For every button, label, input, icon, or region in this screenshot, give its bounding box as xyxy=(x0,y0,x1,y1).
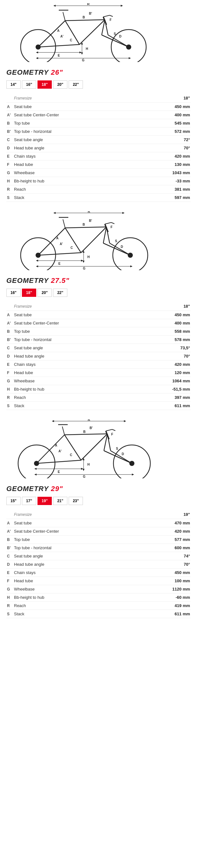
size-btn-19-29-active[interactable]: 19" xyxy=(37,497,52,505)
svg-marker-28 xyxy=(36,52,38,53)
svg-text:B: B xyxy=(83,223,85,226)
size-btn-17-29[interactable]: 17" xyxy=(22,497,36,505)
svg-text:E: E xyxy=(58,54,60,57)
svg-text:R: R xyxy=(88,420,90,422)
table-row: F Head tube 100 mm xyxy=(6,577,191,585)
table-row: H Bb-height to hub -60 mm xyxy=(6,593,191,602)
svg-line-4 xyxy=(38,44,79,47)
table-row: A' Seat tube Center-Center 400 mm xyxy=(6,319,191,328)
svg-text:A: A xyxy=(57,29,59,32)
geometry-section-275: GEOMETRY 27.5" 16" 18" 20" 22" Framesize… xyxy=(0,273,197,416)
table-row: B Top tube 545 mm xyxy=(6,119,191,127)
framesize-row-275: Framesize 18" xyxy=(6,302,191,311)
svg-marker-70 xyxy=(36,260,38,261)
svg-text:R: R xyxy=(87,3,90,6)
size-btn-23-29[interactable]: 23" xyxy=(69,497,83,505)
svg-text:H: H xyxy=(87,255,90,259)
svg-text:F: F xyxy=(110,225,112,229)
geometry-title-29: GEOMETRY 29" xyxy=(6,485,191,493)
svg-line-58 xyxy=(63,219,65,228)
table-row: B' Top tube - horizontal 572 mm xyxy=(6,127,191,136)
svg-marker-116 xyxy=(34,473,37,475)
size-btn-22[interactable]: 22" xyxy=(69,81,83,89)
svg-text:B': B' xyxy=(89,219,92,222)
table-row: A' Seat tube Center-Center 420 mm xyxy=(6,527,191,535)
table-row: C Seat tube angle 73,5° xyxy=(6,344,191,352)
svg-line-16 xyxy=(63,12,65,21)
svg-text:B: B xyxy=(83,430,86,434)
svg-line-7 xyxy=(65,20,105,21)
table-row: S Stack 611 mm xyxy=(6,610,191,618)
table-row: A Seat tube 470 mm xyxy=(6,519,191,527)
svg-line-99 xyxy=(112,429,116,431)
svg-marker-61 xyxy=(54,212,56,214)
svg-text:F: F xyxy=(110,18,111,22)
size-btn-16-275[interactable]: 16" xyxy=(6,288,21,297)
bike-diagram-svg-3: R B B' A A' C E G H F S D xyxy=(6,420,191,478)
size-btn-18-275-active[interactable]: 18" xyxy=(22,288,36,297)
svg-text:H: H xyxy=(86,47,88,51)
geometry-title-26: GEOMETRY 26" xyxy=(6,68,191,76)
svg-text:A': A' xyxy=(60,35,64,38)
size-btn-15-29[interactable]: 15" xyxy=(6,497,21,505)
svg-text:D: D xyxy=(119,35,121,38)
table-row: A Seat tube 450 mm xyxy=(6,103,191,111)
svg-marker-79 xyxy=(83,260,85,263)
svg-line-57 xyxy=(111,222,114,224)
svg-text:D: D xyxy=(122,452,124,456)
size-btn-14[interactable]: 14" xyxy=(6,81,21,89)
table-row: G Wheelbase 1043 mm xyxy=(6,169,191,177)
svg-text:H: H xyxy=(87,463,90,466)
svg-line-92 xyxy=(81,434,107,460)
table-row: E Chain stays 420 mm xyxy=(6,361,191,369)
table-row: F Head tube 120 mm xyxy=(6,369,191,377)
size-btn-20[interactable]: 20" xyxy=(53,81,67,89)
size-buttons-275: 16" 18" 20" 22" xyxy=(6,288,191,297)
svg-line-94 xyxy=(104,451,132,463)
table-row: G Wheelbase 1064 mm xyxy=(6,377,191,385)
svg-text:G: G xyxy=(83,267,86,270)
svg-marker-20 xyxy=(121,5,123,7)
svg-line-46 xyxy=(38,253,81,255)
svg-line-91 xyxy=(65,434,107,435)
svg-text:S: S xyxy=(115,239,117,243)
svg-text:B: B xyxy=(83,16,85,19)
bike-diagram-svg-2: R B B' A A' C E G H F S D xyxy=(6,211,191,270)
svg-marker-75 xyxy=(130,266,132,267)
geometry-table-26: Framesize 18" A Seat tube 450 mm A' Seat… xyxy=(6,94,191,202)
svg-text:C: C xyxy=(70,453,72,457)
table-row: D Head tube angle 70° xyxy=(6,352,191,361)
svg-text:R: R xyxy=(88,211,90,213)
size-btn-21-29[interactable]: 21" xyxy=(53,497,67,505)
table-row: B' Top tube - horizontal 578 mm xyxy=(6,336,191,344)
svg-line-56 xyxy=(105,222,111,224)
svg-text:G: G xyxy=(82,59,85,62)
svg-marker-121 xyxy=(83,469,85,471)
svg-text:G: G xyxy=(83,475,86,478)
svg-text:A': A' xyxy=(60,242,63,246)
geometry-table-29: Framesize 19" A Seat tube 470 mm A' Seat… xyxy=(6,510,191,618)
bike-diagram-3: R B B' A A' C E G H F S D xyxy=(0,416,197,482)
svg-marker-103 xyxy=(52,420,54,422)
size-buttons-26: 14" 16" 18" 20" 22" xyxy=(6,81,191,89)
svg-text:B': B' xyxy=(89,12,92,15)
svg-text:B': B' xyxy=(90,426,93,430)
framesize-row: Framesize 18" xyxy=(6,94,191,103)
table-row: H Bb-height to hub -33 mm xyxy=(6,177,191,185)
size-btn-16[interactable]: 16" xyxy=(22,81,36,89)
size-btn-20-275[interactable]: 20" xyxy=(37,288,52,297)
table-row: R Reach 381 mm xyxy=(6,185,191,193)
svg-text:D: D xyxy=(121,245,123,249)
size-btn-18-active[interactable]: 18" xyxy=(37,81,52,89)
table-row: D Head tube angle 70° xyxy=(6,560,191,568)
svg-line-8 xyxy=(79,20,105,44)
svg-line-6 xyxy=(65,21,79,44)
svg-line-48 xyxy=(65,228,81,253)
svg-line-90 xyxy=(65,435,81,460)
size-btn-22-275[interactable]: 22" xyxy=(53,288,67,297)
svg-marker-32 xyxy=(36,57,38,59)
table-row: B Top tube 577 mm xyxy=(6,535,191,544)
table-row: C Seat tube angle 74° xyxy=(6,552,191,560)
bike-diagram-2: R B B' A A' C E G H F S D xyxy=(0,208,197,273)
table-row: B Top tube 558 mm xyxy=(6,328,191,336)
